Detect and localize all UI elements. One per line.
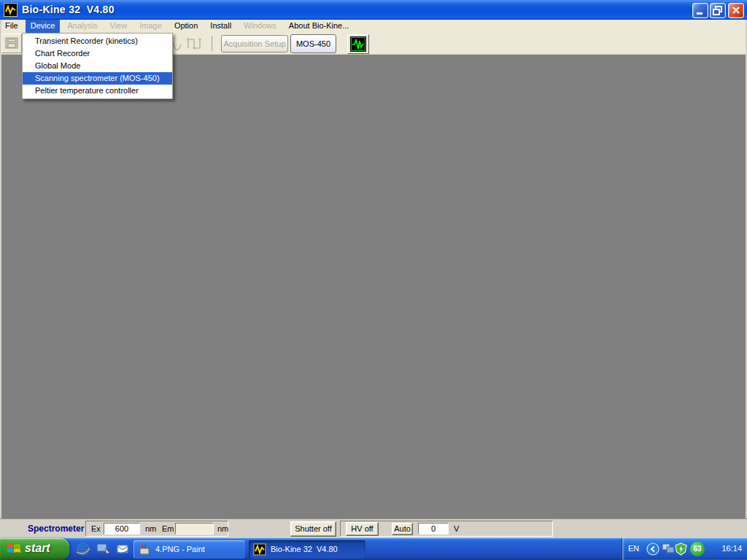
spectrometer-label: Spectrometer	[28, 524, 84, 534]
paint-icon	[138, 543, 151, 557]
window-title: Bio-Kine 32 V4.80	[22, 4, 115, 15]
auto-button[interactable]: Auto	[392, 523, 413, 535]
menu-option[interactable]: Option	[169, 20, 203, 33]
hide-icons-chevron-icon[interactable]	[646, 542, 659, 557]
language-indicator[interactable]: EN	[628, 544, 639, 553]
biokine-icon	[253, 543, 266, 557]
restore-button[interactable]	[710, 3, 726, 18]
em-wavelength-input	[175, 523, 214, 534]
green-oscilloscope-trace-icon	[350, 36, 366, 52]
close-button[interactable]	[728, 3, 744, 18]
spectrometer-bar: Spectrometer Ex nm Em nm Shutter off HV …	[0, 518, 747, 538]
windows-logo-icon	[6, 542, 22, 559]
menu-item-transient-recorder[interactable]: Transient Recorder (kinetics)	[23, 35, 172, 47]
voltage-input[interactable]	[418, 523, 449, 534]
oscilloscope-trace-button[interactable]	[347, 34, 369, 54]
menu-item-global-mode[interactable]: Global Mode	[23, 60, 172, 72]
hv-button[interactable]: HV off	[346, 522, 379, 536]
task-label: 4.PNG - Paint	[155, 545, 205, 553]
minimize-button[interactable]	[692, 3, 708, 18]
task-label: Bio-Kine 32 V4.80	[271, 545, 338, 553]
menu-about[interactable]: About Bio-Kine...	[284, 20, 355, 33]
acquisition-setup-button: Acquisition Setup	[221, 35, 288, 52]
em-label: Em	[162, 524, 174, 533]
system-tray: EN 63 16:14	[622, 538, 747, 560]
device-menu: Transient Recorder (kinetics) Chart Reco…	[22, 33, 173, 99]
menu-item-chart-recorder[interactable]: Chart Recorder	[23, 47, 172, 60]
save-icon[interactable]	[1, 34, 22, 53]
menu-windows: Windows	[239, 20, 282, 33]
voltage-unit-label: V	[454, 524, 459, 533]
menu-item-scanning-spectrometer[interactable]: Scanning spectrometer (MOS-450)	[23, 72, 172, 85]
wavelength-panel: Ex nm Em nm	[85, 521, 228, 537]
outlook-express-icon[interactable]	[115, 542, 130, 556]
ex-wavelength-input[interactable]	[104, 523, 140, 534]
antivirus-shield-icon[interactable]	[675, 542, 687, 557]
ex-unit-label: nm	[145, 524, 156, 533]
app-icon	[4, 3, 18, 17]
ex-label: Ex	[91, 524, 101, 533]
task-paint[interactable]: 4.PNG - Paint	[133, 540, 245, 559]
menu-file[interactable]: File	[0, 20, 23, 33]
mos450-button[interactable]: MOS-450	[290, 34, 336, 53]
shutter-button[interactable]: Shutter off	[290, 521, 336, 537]
network-icon[interactable]	[662, 543, 675, 556]
client-area	[1, 55, 746, 518]
titlebar: Bio-Kine 32 V4.80	[0, 0, 747, 20]
menu-view: View	[105, 20, 133, 33]
clock[interactable]: 16:14	[721, 544, 742, 553]
tray-status-badge[interactable]: 63	[690, 542, 705, 556]
start-label: start	[25, 542, 50, 555]
menu-analysis: Analysis	[62, 20, 102, 33]
em-unit-label: nm	[217, 524, 228, 533]
menu-item-peltier-controller[interactable]: Peltier temperature controller	[23, 85, 172, 97]
taskbar: start 4.PNG - Pai	[0, 538, 747, 560]
show-desktop-icon[interactable]	[96, 542, 110, 556]
internet-explorer-icon[interactable]	[76, 542, 90, 556]
toolbar-separator	[212, 36, 212, 51]
hv-panel: HV off Auto V	[340, 521, 553, 537]
start-button[interactable]: start	[0, 538, 69, 560]
task-biokine[interactable]: Bio-Kine 32 V4.80	[249, 540, 365, 559]
menu-device[interactable]: Device	[26, 20, 61, 33]
menu-image: Image	[134, 20, 167, 33]
menubar: File Device Analysis View Image Option I…	[0, 20, 747, 33]
menu-install[interactable]: Install	[205, 20, 236, 33]
wave-pulse-icon	[185, 35, 204, 52]
